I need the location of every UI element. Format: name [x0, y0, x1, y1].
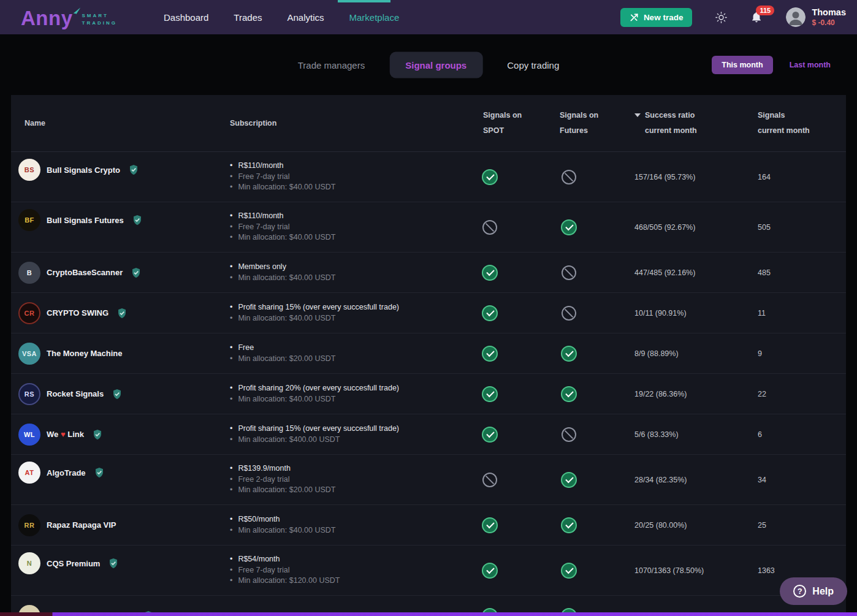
new-trade-button[interactable]: New trade [620, 8, 693, 27]
success-ratio: 8/9 (88.89%) [603, 349, 750, 358]
user-avatar [786, 7, 806, 27]
group-name: We ♥ Link [47, 430, 84, 439]
spot-check-icon [482, 563, 498, 579]
subscription-list: R$54/monthFree 7-day trialMin allocation… [230, 554, 444, 587]
verified-badge-icon [94, 467, 105, 478]
group-name: The Money Machine [47, 349, 123, 358]
sort-desc-icon [634, 113, 641, 117]
subscription-line: R$50/month [230, 514, 444, 525]
subscription-line: Min allocation: $40.00 USDT [230, 394, 444, 405]
spot-ban-icon [482, 220, 497, 235]
table-row[interactable]: AT AlgoTrade R$139.9/monthFree 2-day tri… [11, 455, 846, 505]
table-row[interactable]: RS Rocket Signals Profit sharing 20% (ov… [11, 374, 846, 414]
user-menu[interactable]: Thomas $ -0.40 [786, 7, 846, 27]
subscription-line: Min allocation: $40.00 USDT [230, 232, 444, 243]
last-month-link[interactable]: Last month [790, 61, 831, 69]
group-name: Rocket Signals [47, 389, 104, 398]
success-ratio: 468/505 (92.67%) [603, 223, 750, 232]
crossed-arrows-icon [630, 13, 639, 22]
group-name: CQS Premium [47, 559, 100, 568]
app-header: Anny SMART TRADING Dashboard Trades Anal… [0, 0, 857, 34]
subscription-list: Profit sharing 20% (over every succesful… [230, 383, 444, 405]
tab-trade-managers[interactable]: Trade managers [284, 51, 379, 78]
nav-item-marketplace[interactable]: Marketplace [349, 12, 400, 23]
group-name: Rapaz Rapaga VIP [47, 520, 116, 530]
group-avatar: WL [18, 424, 40, 446]
help-button[interactable]: ? Help [780, 577, 847, 605]
header-right: New trade 115 [620, 7, 846, 27]
verified-badge-icon [128, 164, 139, 175]
group-avatar: CR [18, 302, 40, 324]
nav-item-analytics[interactable]: Analytics [287, 12, 324, 23]
verified-badge-icon [131, 267, 142, 278]
table-row[interactable]: CR CRYPTO SWING Profit sharing 15% (over… [11, 293, 846, 333]
table-row[interactable]: N CQS Premium R$54/monthFree 7-day trial… [11, 546, 846, 596]
table-row[interactable]: VSA The Money Machine FreeMin allocation… [11, 333, 846, 374]
table-row[interactable]: B CryptoBaseScanner Members onlyMin allo… [11, 253, 846, 293]
verified-badge-icon [112, 389, 123, 400]
signals-count: 164 [750, 173, 839, 181]
futures-check-icon [561, 472, 577, 488]
notifications-button[interactable]: 115 [750, 11, 763, 23]
subscription-line: Profit sharing 15% (over every succesful… [230, 424, 444, 435]
column-header-success-ratio[interactable]: Success ratio current month [603, 108, 750, 139]
subscription-list: Profit sharing 15% (over every succesful… [230, 424, 444, 445]
signal-groups-table: Name Subscription Signals on SPOT Signal… [11, 95, 846, 616]
table-row[interactable]: BS Bull Signals Crypto R$110/monthFree 7… [11, 152, 846, 202]
column-header-signals: Signals current month [750, 108, 839, 139]
spot-ban-icon [482, 473, 497, 487]
subscription-line: Min allocation: $20.00 USDT [230, 354, 444, 365]
group-avatar: RS [18, 383, 40, 405]
table-row[interactable]: WL We ♥ Link Profit sharing 15% (over ev… [11, 414, 846, 455]
brand-tagline: SMART TRADING [82, 12, 117, 27]
table-header-row: Name Subscription Signals on SPOT Signal… [11, 95, 846, 152]
group-name: CRYPTO SWING [47, 308, 109, 318]
subscription-line: R$139.9/month [230, 463, 444, 474]
table-row[interactable]: BF Bull Signals Futures R$110/monthFree … [11, 202, 846, 253]
futures-ban-icon [562, 427, 576, 442]
subscription-list: R$50/monthMin allocation: $40.00 USDT [230, 514, 444, 536]
subscription-line: Min allocation: $40.00 USDT [230, 525, 444, 536]
active-nav-indicator [338, 0, 390, 2]
success-ratio: 157/164 (95.73%) [603, 173, 750, 181]
this-month-button[interactable]: This month [712, 56, 772, 74]
subscription-list: R$139.9/monthFree 2-day trialMin allocat… [230, 463, 444, 496]
brand-logo[interactable]: Anny SMART TRADING [21, 7, 117, 28]
signals-count: 505 [750, 223, 839, 232]
group-avatar: N [18, 552, 40, 574]
success-ratio: 20/25 (80.00%) [603, 521, 750, 530]
theme-toggle-button[interactable] [715, 12, 727, 23]
brand-spark-icon [73, 6, 80, 15]
spot-check-icon [482, 169, 498, 185]
marketplace-toolbar: Trade managers Signal groups Copy tradin… [0, 34, 857, 95]
sun-icon [715, 12, 727, 23]
subscription-line: Members only [230, 262, 444, 273]
tab-signal-groups[interactable]: Signal groups [389, 51, 482, 78]
tab-copy-trading[interactable]: Copy trading [493, 51, 573, 78]
spot-check-icon [482, 346, 498, 362]
notification-count-badge: 115 [756, 6, 774, 15]
subscription-line: Free [230, 343, 444, 354]
futures-ban-icon [562, 306, 576, 321]
futures-check-icon [561, 346, 577, 362]
subscription-line: Free 7-day trial [230, 172, 444, 183]
verified-badge-icon [116, 308, 128, 319]
nav-item-trades[interactable]: Trades [234, 12, 262, 23]
futures-ban-icon [562, 265, 576, 280]
marketplace-tabs: Trade managers Signal groups Copy tradin… [284, 51, 573, 78]
signals-count: 11 [750, 309, 839, 318]
subscription-list: Members onlyMin allocation: $40.00 USDT [230, 262, 444, 283]
spot-check-icon [482, 517, 498, 533]
table-row[interactable]: RR Rapaz Rapaga VIP R$50/monthMin alloca… [11, 505, 846, 546]
group-avatar: AT [18, 462, 40, 484]
signals-count: 1363 [750, 566, 839, 575]
nav-item-dashboard[interactable]: Dashboard [164, 12, 208, 23]
column-header-subscription: Subscription [230, 116, 444, 131]
spot-check-icon [482, 265, 498, 281]
group-name: AlgoTrade [47, 468, 86, 477]
subscription-line: Free 2-day trial [230, 474, 444, 485]
spot-check-icon [482, 427, 498, 443]
success-ratio: 447/485 (92.16%) [603, 268, 750, 277]
group-avatar: B [18, 262, 40, 284]
subscription-line: Min allocation: $20.00 USDT [230, 485, 444, 496]
